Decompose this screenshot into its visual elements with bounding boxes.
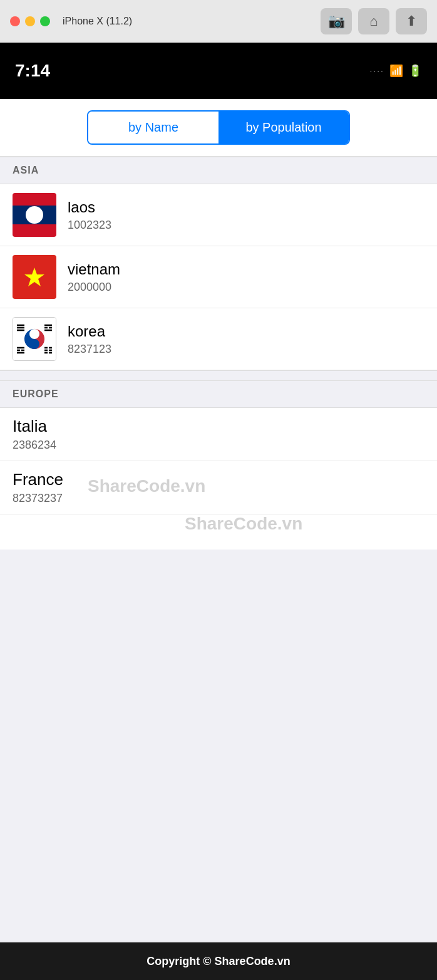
section-header-asia: ASIA	[0, 157, 437, 184]
window-title: iPhone X (11.2)	[63, 16, 132, 27]
by-name-button[interactable]: by Name	[88, 112, 218, 143]
list-item[interactable]: Italia 2386234	[0, 408, 437, 461]
item-info-korea: korea 8237123	[68, 323, 424, 356]
minimize-button[interactable]	[25, 16, 35, 26]
flag-vietnam	[13, 255, 56, 299]
phone-wrapper: 7:14 ···· 📶 🔋 by Name by Population ASIA…	[0, 43, 437, 942]
flag-laos	[13, 193, 56, 237]
segment-control: by Name by Population	[87, 110, 350, 145]
list-item[interactable]: vietnam 2000000	[0, 246, 437, 308]
section-header-europe: EUROPE	[0, 380, 437, 408]
footer-bar: Copyright © ShareCode.vn	[0, 942, 437, 980]
country-name: korea	[68, 323, 424, 340]
item-info-italia: Italia 2386234	[13, 417, 424, 452]
korea-flag-svg	[13, 318, 56, 360]
list-item[interactable]: laos 1002323	[0, 184, 437, 246]
country-population: 1002323	[68, 219, 424, 232]
status-icons: ···· 📶 🔋	[369, 64, 422, 78]
list-container: ASIA laos 1002323 vietnam 2000000	[0, 157, 437, 550]
country-population: 8237123	[68, 343, 424, 356]
maximize-button[interactable]	[40, 16, 50, 26]
country-name: vietnam	[68, 261, 424, 278]
segment-container: by Name by Population	[0, 99, 437, 157]
country-name: Italia	[13, 417, 424, 436]
section-spacer	[0, 370, 437, 380]
list-item[interactable]: France 82373237	[0, 461, 437, 514]
country-name: France	[13, 470, 424, 489]
country-population: 2386234	[13, 439, 424, 452]
traffic-lights	[10, 16, 50, 26]
country-population: 2000000	[68, 281, 424, 294]
empty-space	[0, 550, 437, 942]
status-time: 7:14	[15, 61, 50, 81]
wifi-icon: 📶	[389, 64, 403, 78]
item-info-vietnam: vietnam 2000000	[68, 261, 424, 294]
titlebar: iPhone X (11.2) 📷 ⌂ ⬆	[0, 0, 437, 43]
country-population: 82373237	[13, 492, 424, 505]
list-item[interactable]: korea 8237123	[0, 308, 437, 370]
flag-korea	[13, 317, 56, 361]
item-info-france: France 82373237	[13, 470, 424, 505]
copyright-text: Copyright © ShareCode.vn	[147, 955, 290, 968]
battery-icon: 🔋	[408, 64, 422, 78]
screenshot-button[interactable]: 📷	[321, 8, 352, 34]
close-button[interactable]	[10, 16, 20, 26]
home-button[interactable]: ⌂	[358, 8, 389, 34]
country-name: laos	[68, 199, 424, 216]
item-info-laos: laos 1002323	[68, 199, 424, 232]
svg-marker-0	[24, 268, 44, 286]
signal-icon: ····	[369, 66, 384, 76]
status-bar: 7:14 ···· 📶 🔋	[0, 43, 437, 99]
share-button[interactable]: ⬆	[396, 8, 427, 34]
titlebar-buttons: 📷 ⌂ ⬆	[321, 8, 427, 34]
by-population-button[interactable]: by Population	[218, 112, 349, 143]
star-svg	[23, 266, 46, 288]
